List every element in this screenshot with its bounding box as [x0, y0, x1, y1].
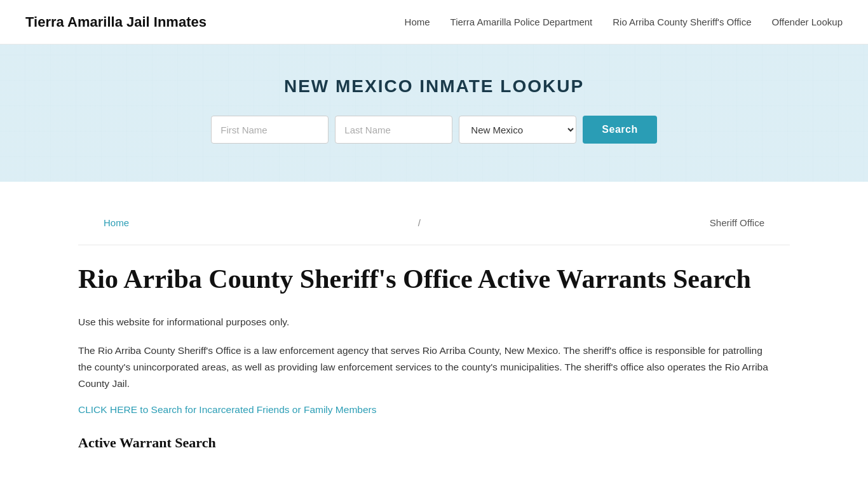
breadcrumb-home-link[interactable]: Home [104, 217, 129, 228]
disclaimer-text: Use this website for informational purpo… [78, 314, 777, 330]
breadcrumb-separator: / [418, 217, 421, 228]
search-inmates-link[interactable]: CLICK HERE to Search for Incarcerated Fr… [78, 404, 376, 415]
last-name-input[interactable] [335, 116, 452, 144]
hero-title: NEW MEXICO INMATE LOOKUP [13, 76, 855, 97]
breadcrumb-current: Sheriff Office [710, 217, 764, 228]
nav-link-home[interactable]: Home [405, 17, 430, 27]
nav-link-offender[interactable]: Offender Lookup [772, 17, 843, 27]
nav-link-sheriffs[interactable]: Rio Arriba County Sheriff's Office [613, 17, 751, 27]
nav-links: Home Tierra Amarilla Police Department R… [405, 17, 843, 28]
page-heading: Rio Arriba County Sheriff's Office Activ… [78, 263, 790, 295]
active-warrant-heading: Active Warrant Search [78, 435, 790, 451]
site-brand[interactable]: Tierra Amarilla Jail Inmates [25, 14, 207, 30]
nav-item-offender[interactable]: Offender Lookup [772, 17, 843, 28]
hero-section: NEW MEXICO INMATE LOOKUP New Mexico Alab… [0, 44, 868, 182]
nav-item-home[interactable]: Home [405, 17, 430, 28]
search-button[interactable]: Search [583, 116, 656, 144]
nav-item-sheriffs[interactable]: Rio Arriba County Sheriff's Office [613, 17, 751, 28]
state-select[interactable]: New Mexico Alabama Alaska Arizona Arkans… [459, 116, 576, 144]
main-nav: Tierra Amarilla Jail Inmates Home Tierra… [0, 0, 868, 44]
nav-item-police[interactable]: Tierra Amarilla Police Department [451, 17, 593, 28]
breadcrumb: Home / Sheriff Office [78, 201, 790, 245]
search-form: New Mexico Alabama Alaska Arizona Arkans… [13, 116, 855, 144]
first-name-input[interactable] [211, 116, 329, 144]
description-text: The Rio Arriba County Sheriff's Office i… [78, 342, 777, 393]
main-content: Home / Sheriff Office Rio Arriba County … [53, 182, 815, 488]
nav-link-police[interactable]: Tierra Amarilla Police Department [451, 17, 593, 27]
